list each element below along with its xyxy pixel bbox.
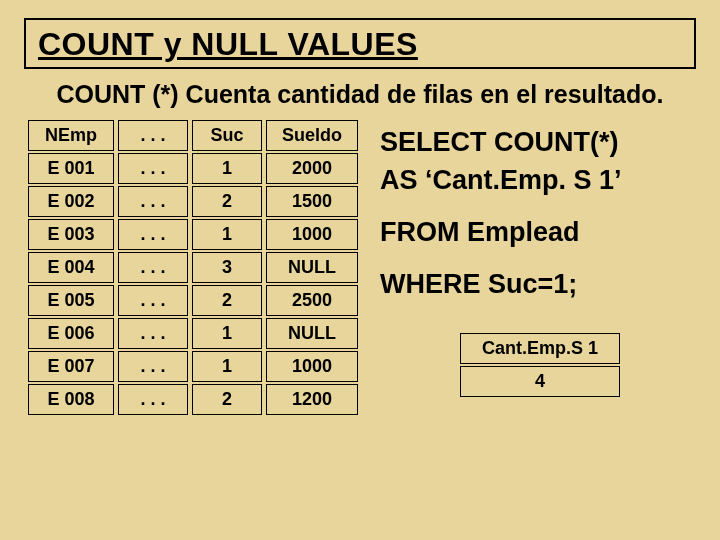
result-value: 4 (460, 366, 620, 397)
cell-nemp: E 008 (28, 384, 114, 415)
title-box: COUNT y NULL VALUES (24, 18, 696, 69)
cell-dots: . . . (118, 384, 188, 415)
cell-suc: 1 (192, 219, 262, 250)
cell-suc: 1 (192, 153, 262, 184)
cell-nemp: E 007 (28, 351, 114, 382)
slide-subtitle: COUNT (*) Cuenta cantidad de filas en el… (24, 79, 696, 110)
cell-dots: . . . (118, 252, 188, 283)
content-area: NEmp . . . Suc Sueldo E 001 . . . 1 2000… (24, 118, 696, 417)
cell-sueldo: 1000 (266, 219, 358, 250)
cell-sueldo: NULL (266, 252, 358, 283)
table-row: E 008 . . . 2 1200 (28, 384, 358, 415)
cell-sueldo: 1000 (266, 351, 358, 382)
cell-suc: 2 (192, 384, 262, 415)
table-row: E 006 . . . 1 NULL (28, 318, 358, 349)
cell-nemp: E 003 (28, 219, 114, 250)
cell-sueldo: NULL (266, 318, 358, 349)
empleados-table: NEmp . . . Suc Sueldo E 001 . . . 1 2000… (24, 118, 362, 417)
cell-sueldo: 2500 (266, 285, 358, 316)
cell-nemp: E 002 (28, 186, 114, 217)
cell-nemp: E 001 (28, 153, 114, 184)
cell-dots: . . . (118, 351, 188, 382)
cell-suc: 1 (192, 318, 262, 349)
cell-sueldo: 1200 (266, 384, 358, 415)
cell-nemp: E 006 (28, 318, 114, 349)
data-table-wrap: NEmp . . . Suc Sueldo E 001 . . . 1 2000… (24, 118, 362, 417)
header-sueldo: Sueldo (266, 120, 358, 151)
cell-suc: 3 (192, 252, 262, 283)
cell-sueldo: 2000 (266, 153, 358, 184)
cell-nemp: E 005 (28, 285, 114, 316)
cell-dots: . . . (118, 219, 188, 250)
sql-line-1: SELECT COUNT(*) (380, 124, 696, 162)
result-header: Cant.Emp.S 1 (460, 333, 620, 364)
cell-dots: . . . (118, 153, 188, 184)
table-row: E 003 . . . 1 1000 (28, 219, 358, 250)
table-row: E 007 . . . 1 1000 (28, 351, 358, 382)
cell-nemp: E 004 (28, 252, 114, 283)
sql-from-block: FROM Emplead (380, 214, 696, 252)
result-table-wrap: Cant.Emp.S 1 4 (460, 331, 696, 399)
result-value-row: 4 (460, 366, 620, 397)
sql-line-4: WHERE Suc=1; (380, 266, 696, 304)
sql-line-3: FROM Emplead (380, 214, 696, 252)
sql-line-2: AS ‘Cant.Emp. S 1’ (380, 162, 696, 200)
cell-sueldo: 1500 (266, 186, 358, 217)
sql-select-block: SELECT COUNT(*) AS ‘Cant.Emp. S 1’ (380, 124, 696, 200)
cell-dots: . . . (118, 318, 188, 349)
sql-where-block: WHERE Suc=1; (380, 266, 696, 304)
cell-suc: 1 (192, 351, 262, 382)
sql-and-result: SELECT COUNT(*) AS ‘Cant.Emp. S 1’ FROM … (362, 118, 696, 417)
header-dots: . . . (118, 120, 188, 151)
header-nemp: NEmp (28, 120, 114, 151)
cell-suc: 2 (192, 285, 262, 316)
result-table: Cant.Emp.S 1 4 (460, 331, 620, 399)
header-suc: Suc (192, 120, 262, 151)
table-row: E 005 . . . 2 2500 (28, 285, 358, 316)
cell-dots: . . . (118, 186, 188, 217)
cell-suc: 2 (192, 186, 262, 217)
table-row: E 001 . . . 1 2000 (28, 153, 358, 184)
result-header-row: Cant.Emp.S 1 (460, 333, 620, 364)
table-row: E 004 . . . 3 NULL (28, 252, 358, 283)
slide-title: COUNT y NULL VALUES (38, 26, 682, 63)
sql-query: SELECT COUNT(*) AS ‘Cant.Emp. S 1’ FROM … (380, 124, 696, 303)
table-row: E 002 . . . 2 1500 (28, 186, 358, 217)
table-header-row: NEmp . . . Suc Sueldo (28, 120, 358, 151)
cell-dots: . . . (118, 285, 188, 316)
